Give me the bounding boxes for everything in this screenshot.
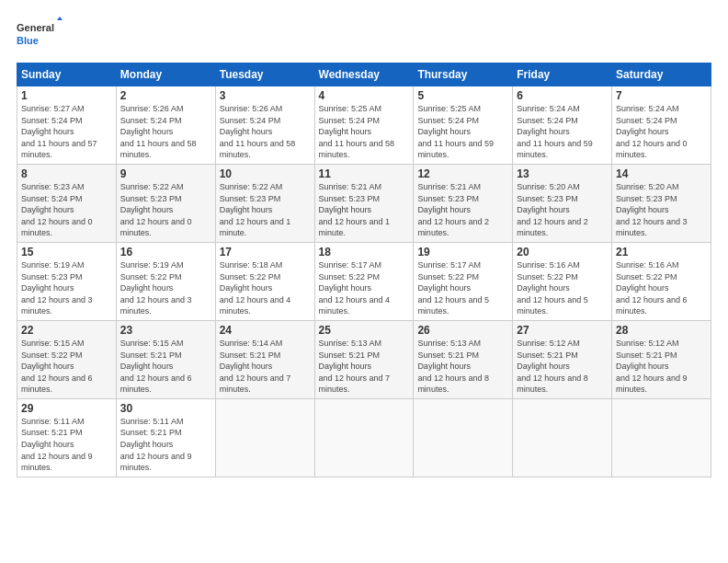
day-number: 8 xyxy=(21,167,112,180)
day-info: Sunrise: 5:24 AMSunset: 5:24 PMDaylight … xyxy=(517,103,608,161)
day-number: 1 xyxy=(21,89,112,102)
calendar-cell: 16Sunrise: 5:19 AMSunset: 5:22 PMDayligh… xyxy=(116,242,215,320)
weekday-header-monday: Monday xyxy=(116,63,215,86)
day-number: 16 xyxy=(120,246,211,259)
day-number: 2 xyxy=(120,89,211,102)
calendar-cell: 14Sunrise: 5:20 AMSunset: 5:23 PMDayligh… xyxy=(612,164,711,242)
weekday-header-wednesday: Wednesday xyxy=(314,63,414,86)
logo: General Blue xyxy=(17,17,63,53)
calendar-cell: 10Sunrise: 5:22 AMSunset: 5:23 PMDayligh… xyxy=(215,164,314,242)
day-number: 13 xyxy=(517,167,608,180)
day-number: 27 xyxy=(517,324,608,337)
day-number: 24 xyxy=(220,324,311,337)
day-info: Sunrise: 5:25 AMSunset: 5:24 PMDaylight … xyxy=(417,103,508,161)
page: General Blue SundayMondayTuesdayWednesda… xyxy=(0,0,728,563)
day-info: Sunrise: 5:20 AMSunset: 5:23 PMDaylight … xyxy=(616,181,707,239)
calendar-cell: 11Sunrise: 5:21 AMSunset: 5:23 PMDayligh… xyxy=(314,164,414,242)
calendar-cell: 23Sunrise: 5:15 AMSunset: 5:21 PMDayligh… xyxy=(116,320,215,398)
day-number: 10 xyxy=(220,167,311,180)
calendar-cell: 19Sunrise: 5:17 AMSunset: 5:22 PMDayligh… xyxy=(414,242,513,320)
weekday-header-sunday: Sunday xyxy=(17,63,117,86)
calendar-cell xyxy=(513,398,612,477)
day-number: 20 xyxy=(517,246,608,259)
calendar-table: SundayMondayTuesdayWednesdayThursdayFrid… xyxy=(17,63,711,477)
calendar-cell: 25Sunrise: 5:13 AMSunset: 5:21 PMDayligh… xyxy=(314,320,414,398)
calendar-cell: 15Sunrise: 5:19 AMSunset: 5:23 PMDayligh… xyxy=(17,242,117,320)
day-info: Sunrise: 5:13 AMSunset: 5:21 PMDaylight … xyxy=(319,338,410,396)
day-info: Sunrise: 5:26 AMSunset: 5:24 PMDaylight … xyxy=(120,103,211,161)
day-info: Sunrise: 5:11 AMSunset: 5:21 PMDaylight … xyxy=(21,416,112,474)
calendar-cell: 26Sunrise: 5:13 AMSunset: 5:21 PMDayligh… xyxy=(414,320,513,398)
day-info: Sunrise: 5:22 AMSunset: 5:23 PMDaylight … xyxy=(220,181,311,239)
day-number: 17 xyxy=(220,246,311,259)
day-info: Sunrise: 5:16 AMSunset: 5:22 PMDaylight … xyxy=(517,259,608,317)
calendar-cell xyxy=(314,398,414,477)
calendar-cell: 8Sunrise: 5:23 AMSunset: 5:24 PMDaylight… xyxy=(17,164,117,242)
calendar-cell: 17Sunrise: 5:18 AMSunset: 5:22 PMDayligh… xyxy=(215,242,314,320)
calendar-cell: 3Sunrise: 5:26 AMSunset: 5:24 PMDaylight… xyxy=(215,86,314,165)
calendar-cell: 12Sunrise: 5:21 AMSunset: 5:23 PMDayligh… xyxy=(414,164,513,242)
calendar-cell: 4Sunrise: 5:25 AMSunset: 5:24 PMDaylight… xyxy=(314,86,414,165)
day-number: 9 xyxy=(120,167,211,180)
day-info: Sunrise: 5:18 AMSunset: 5:22 PMDaylight … xyxy=(220,259,311,317)
day-info: Sunrise: 5:11 AMSunset: 5:21 PMDaylight … xyxy=(120,416,211,474)
day-info: Sunrise: 5:26 AMSunset: 5:24 PMDaylight … xyxy=(220,103,311,161)
calendar-cell: 24Sunrise: 5:14 AMSunset: 5:21 PMDayligh… xyxy=(215,320,314,398)
calendar-cell xyxy=(414,398,513,477)
weekday-header-saturday: Saturday xyxy=(612,63,711,86)
day-info: Sunrise: 5:25 AMSunset: 5:24 PMDaylight … xyxy=(319,103,410,161)
day-number: 3 xyxy=(220,89,311,102)
day-info: Sunrise: 5:23 AMSunset: 5:24 PMDaylight … xyxy=(21,181,112,239)
day-info: Sunrise: 5:16 AMSunset: 5:22 PMDaylight … xyxy=(616,259,707,317)
calendar-cell: 5Sunrise: 5:25 AMSunset: 5:24 PMDaylight… xyxy=(414,86,513,165)
day-info: Sunrise: 5:19 AMSunset: 5:23 PMDaylight … xyxy=(21,259,112,317)
day-number: 29 xyxy=(21,402,112,415)
day-number: 18 xyxy=(319,246,410,259)
calendar-cell: 9Sunrise: 5:22 AMSunset: 5:23 PMDaylight… xyxy=(116,164,215,242)
day-info: Sunrise: 5:27 AMSunset: 5:24 PMDaylight … xyxy=(21,103,112,161)
calendar-cell: 6Sunrise: 5:24 AMSunset: 5:24 PMDaylight… xyxy=(513,86,612,165)
day-info: Sunrise: 5:22 AMSunset: 5:23 PMDaylight … xyxy=(120,181,211,239)
calendar-cell: 13Sunrise: 5:20 AMSunset: 5:23 PMDayligh… xyxy=(513,164,612,242)
calendar-cell: 30Sunrise: 5:11 AMSunset: 5:21 PMDayligh… xyxy=(116,398,215,477)
calendar-cell: 1Sunrise: 5:27 AMSunset: 5:24 PMDaylight… xyxy=(17,86,117,165)
day-info: Sunrise: 5:12 AMSunset: 5:21 PMDaylight … xyxy=(616,338,707,396)
day-number: 28 xyxy=(616,324,707,337)
calendar-cell: 20Sunrise: 5:16 AMSunset: 5:22 PMDayligh… xyxy=(513,242,612,320)
day-info: Sunrise: 5:21 AMSunset: 5:23 PMDaylight … xyxy=(319,181,410,239)
calendar-cell xyxy=(612,398,711,477)
day-number: 11 xyxy=(319,167,410,180)
weekday-header-tuesday: Tuesday xyxy=(215,63,314,86)
calendar-cell: 7Sunrise: 5:24 AMSunset: 5:24 PMDaylight… xyxy=(612,86,711,165)
logo-svg: General Blue xyxy=(17,17,63,53)
day-number: 5 xyxy=(417,89,508,102)
day-number: 23 xyxy=(120,324,211,337)
weekday-header-friday: Friday xyxy=(513,63,612,86)
day-info: Sunrise: 5:13 AMSunset: 5:21 PMDaylight … xyxy=(417,338,508,396)
day-number: 14 xyxy=(616,167,707,180)
day-info: Sunrise: 5:21 AMSunset: 5:23 PMDaylight … xyxy=(417,181,508,239)
calendar-cell: 28Sunrise: 5:12 AMSunset: 5:21 PMDayligh… xyxy=(612,320,711,398)
calendar-cell: 27Sunrise: 5:12 AMSunset: 5:21 PMDayligh… xyxy=(513,320,612,398)
day-info: Sunrise: 5:19 AMSunset: 5:22 PMDaylight … xyxy=(120,259,211,317)
calendar-cell: 22Sunrise: 5:15 AMSunset: 5:22 PMDayligh… xyxy=(17,320,117,398)
day-number: 21 xyxy=(616,246,707,259)
day-number: 12 xyxy=(417,167,508,180)
calendar-cell: 21Sunrise: 5:16 AMSunset: 5:22 PMDayligh… xyxy=(612,242,711,320)
day-number: 26 xyxy=(417,324,508,337)
day-number: 30 xyxy=(120,402,211,415)
day-info: Sunrise: 5:17 AMSunset: 5:22 PMDaylight … xyxy=(319,259,410,317)
day-info: Sunrise: 5:24 AMSunset: 5:24 PMDaylight … xyxy=(616,103,707,161)
day-number: 25 xyxy=(319,324,410,337)
calendar-cell: 2Sunrise: 5:26 AMSunset: 5:24 PMDaylight… xyxy=(116,86,215,165)
day-number: 4 xyxy=(319,89,410,102)
day-number: 19 xyxy=(417,246,508,259)
svg-marker-2 xyxy=(57,17,63,20)
day-info: Sunrise: 5:15 AMSunset: 5:22 PMDaylight … xyxy=(21,338,112,396)
header: General Blue xyxy=(17,17,711,53)
weekday-header-thursday: Thursday xyxy=(414,63,513,86)
day-info: Sunrise: 5:17 AMSunset: 5:22 PMDaylight … xyxy=(417,259,508,317)
day-number: 22 xyxy=(21,324,112,337)
calendar-cell xyxy=(215,398,314,477)
day-info: Sunrise: 5:15 AMSunset: 5:21 PMDaylight … xyxy=(120,338,211,396)
